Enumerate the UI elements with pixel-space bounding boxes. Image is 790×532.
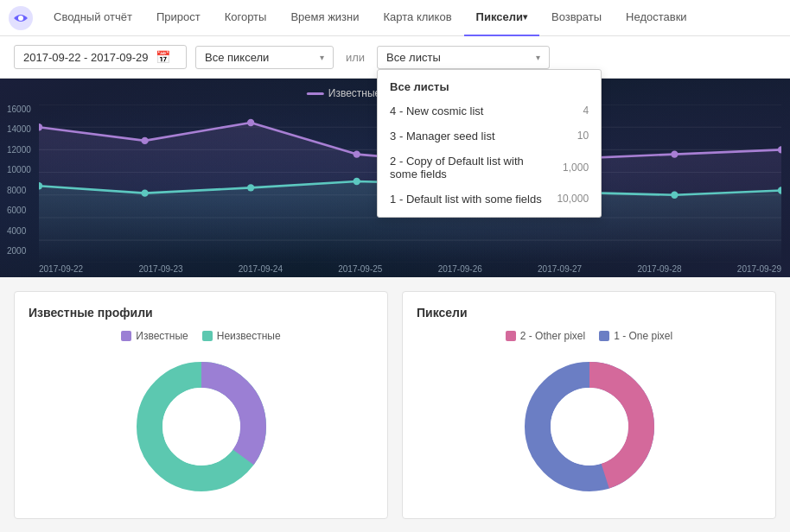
card-known-profiles: Известные профили Известные Неизвестные — [14, 291, 388, 519]
donut-chart-pixels — [512, 349, 667, 504]
list-filter-value: Все листы — [386, 51, 441, 64]
donut-container-pixels: 2 - Other pixel 1 - One pixel — [417, 330, 761, 504]
x-label-3: 2017-09-25 — [338, 264, 382, 274]
dropdown-item-2[interactable]: 2 - Copy of Default list with some field… — [378, 149, 601, 187]
nav-item-summary[interactable]: Сводный отчёт — [41, 0, 144, 36]
donut-legend-item-pixels-0: 2 - Other pixel — [506, 330, 585, 342]
nav-item-undelivered[interactable]: Недоставки — [614, 0, 699, 36]
card-known-title: Известные профили — [29, 306, 373, 320]
nav-item-lifetime[interactable]: Время жизни — [278, 0, 371, 36]
or-label: или — [342, 51, 368, 64]
card-pixels: Пиксели 2 - Other pixel 1 - One pixel — [402, 291, 776, 519]
dropdown-header: Все листы — [378, 75, 601, 98]
top-navigation: Сводный отчёт Прирост Когорты Время жизн… — [0, 0, 790, 36]
donut-dot-pixels-0 — [506, 331, 516, 341]
app-logo — [7, 4, 35, 32]
y-label-6: 4000 — [7, 226, 31, 236]
svg-point-21 — [141, 189, 148, 196]
donut-legend-known: Известные Неизвестные — [121, 330, 280, 342]
legend-known-label: Известные — [328, 87, 380, 99]
svg-point-26 — [671, 192, 678, 199]
dropdown-item-0[interactable]: 4 - New cosmic list 4 — [378, 98, 601, 124]
y-axis: 16000 14000 12000 10000 8000 6000 4000 2… — [7, 104, 31, 256]
svg-point-22 — [247, 184, 254, 191]
donut-legend-item-pixels-1: 1 - One pixel — [599, 330, 672, 342]
dropdown-item-label-2: 2 - Copy of Default list with some field… — [390, 155, 554, 180]
dropdown-item-label-0: 4 - New cosmic list — [390, 104, 483, 117]
dropdown-item-label-1: 3 - Manager seed list — [390, 130, 494, 142]
donut-legend-label-pixels-0: 2 - Other pixel — [520, 330, 585, 342]
donut-dot-known-1 — [202, 331, 213, 341]
donut-legend-item-known-1: Неизвестные — [202, 330, 281, 342]
nav-item-pixels[interactable]: Пиксели — [464, 0, 539, 36]
y-label-1: 14000 — [7, 124, 31, 134]
svg-point-18 — [671, 150, 678, 157]
svg-point-13 — [141, 137, 148, 144]
x-label-0: 2017-09-22 — [39, 264, 83, 274]
donut-legend-label-pixels-1: 1 - One pixel — [614, 330, 672, 342]
donut-legend-label-known-0: Известные — [136, 330, 188, 342]
pixel-filter-arrow: ▾ — [320, 53, 324, 62]
dropdown-item-label-3: 1 - Default list with some fields — [390, 193, 542, 206]
dropdown-item-1[interactable]: 3 - Manager seed list 10 — [378, 124, 601, 149]
nav-item-growth[interactable]: Прирост — [144, 0, 213, 36]
dropdown-item-count-3: 10,000 — [557, 193, 589, 205]
calendar-icon: 📅 — [156, 50, 170, 64]
x-label-7: 2017-09-29 — [737, 264, 781, 274]
y-label-5: 6000 — [7, 206, 31, 215]
donut-container-known: Известные Неизвестные — [29, 330, 373, 504]
nav-item-returns[interactable]: Возвраты — [539, 0, 614, 36]
svg-point-15 — [354, 150, 360, 157]
x-axis: 2017-09-22 2017-09-23 2017-09-24 2017-09… — [39, 264, 781, 274]
legend-known: Известные — [307, 87, 380, 99]
card-pixels-title: Пиксели — [417, 306, 761, 320]
dropdown-item-count-2: 1,000 — [563, 162, 589, 174]
y-label-2: 12000 — [7, 145, 31, 155]
date-range-picker[interactable]: 2017-09-22 - 2017-09-29 📅 — [14, 45, 187, 69]
svg-point-33 — [551, 388, 628, 466]
list-filter-arrow: ▾ — [536, 53, 540, 62]
y-label-0: 16000 — [7, 104, 31, 114]
list-filter-dropdown: Все листы 4 - New cosmic list 4 3 - Mana… — [377, 69, 602, 218]
pixel-filter-value: Все пиксели — [205, 51, 269, 64]
donut-legend-label-known-1: Неизвестные — [217, 330, 281, 342]
donut-chart-known — [124, 349, 279, 504]
legend-dot-known — [307, 92, 324, 95]
bottom-section: Известные профили Известные Неизвестные — [0, 277, 790, 532]
dropdown-item-count-0: 4 — [583, 104, 589, 117]
y-label-7: 2000 — [7, 246, 31, 256]
date-range-value: 2017-09-22 - 2017-09-29 — [23, 51, 149, 64]
svg-point-23 — [354, 178, 360, 185]
pixel-filter-select[interactable]: Все пиксели ▾ — [195, 46, 334, 69]
y-label-3: 10000 — [7, 165, 31, 174]
list-filter-wrapper: Все листы ▾ Все листы 4 - New cosmic lis… — [377, 46, 550, 69]
y-label-4: 8000 — [7, 186, 31, 195]
dropdown-item-count-1: 10 — [577, 130, 589, 142]
donut-legend-item-known-0: Известные — [121, 330, 188, 342]
svg-point-14 — [247, 119, 254, 126]
svg-point-1 — [18, 16, 23, 21]
x-label-4: 2017-09-26 — [438, 264, 482, 274]
filter-bar: 2017-09-22 - 2017-09-29 📅 Все пиксели ▾ … — [0, 36, 790, 79]
donut-legend-pixels: 2 - Other pixel 1 - One pixel — [506, 330, 672, 342]
nav-item-cohorts[interactable]: Когорты — [213, 0, 279, 36]
donut-dot-pixels-1 — [599, 331, 609, 341]
donut-dot-known-0 — [121, 331, 131, 341]
dropdown-item-3[interactable]: 1 - Default list with some fields 10,000 — [378, 187, 601, 212]
svg-point-30 — [162, 388, 240, 466]
nav-item-clickmap[interactable]: Карта кликов — [372, 0, 464, 36]
x-label-1: 2017-09-23 — [138, 264, 182, 274]
x-label-2: 2017-09-24 — [239, 264, 283, 274]
x-label-5: 2017-09-27 — [538, 264, 582, 274]
list-filter-select[interactable]: Все листы ▾ — [377, 46, 550, 69]
x-label-6: 2017-09-28 — [637, 264, 681, 274]
